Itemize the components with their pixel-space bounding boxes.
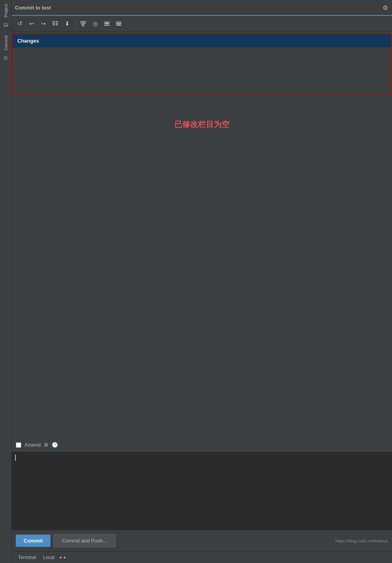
svg-rect-3 [56,21,58,22]
svg-rect-0 [52,21,55,22]
undo-button[interactable]: ↩ [26,18,37,29]
tab-arrow-right[interactable]: ▸ [63,554,67,561]
svg-rect-5 [56,24,58,25]
svg-rect-8 [82,24,84,26]
tab-terminal[interactable]: Terminal [15,553,39,562]
svg-rect-6 [81,21,83,23]
toolbar: ↺ ↩ ↪ ⬇ ◎ [12,16,392,32]
download-button[interactable]: ⬇ [62,18,73,29]
title-bar: Commit to test ⚙ [12,0,392,16]
amend-gear-icon[interactable]: ⚙ [44,442,49,448]
view-options-button[interactable]: ◎ [90,18,101,29]
status-url: https://blog.csdn.net/mitays [336,539,388,543]
redo-button[interactable]: ↪ [38,18,49,29]
svg-rect-13 [104,25,110,26]
svg-rect-2 [52,24,55,25]
content-area: Changes 已修改栏目为空 [12,32,392,439]
tab-arrow-left[interactable]: ◂ [58,554,62,561]
svg-rect-1 [52,23,55,24]
window-title: Commit to test [15,5,51,11]
bottom-tabs: Terminal Local ◂ ▸ [12,551,392,563]
sidebar: Project 🗂 Commit ⊙ [0,0,12,563]
amend-clock-icon[interactable]: 🕐 [52,442,58,448]
changes-body[interactable] [13,47,391,95]
empty-message-text: 已修改栏目为空 [174,119,230,130]
amend-label: Amend [24,442,41,448]
empty-message-area: 已修改栏目为空 [12,95,392,439]
toolbar-separator-1 [75,20,75,28]
changes-title: Changes [17,38,39,44]
svg-rect-17 [116,25,121,26]
branch-button[interactable] [78,18,89,29]
tab-local[interactable]: Local [40,553,58,562]
commit-message-area[interactable] [12,451,392,530]
changes-header: Changes [13,34,391,47]
commit-and-push-button[interactable]: Commit and Push... [54,534,115,547]
diff-button[interactable] [50,18,61,29]
svg-rect-15 [116,22,121,22]
main-panel: Commit to test ⚙ ↺ ↩ ↪ ⬇ [12,0,392,563]
sidebar-item-commit[interactable]: Commit [4,33,8,53]
collapse-button[interactable] [113,18,124,29]
amend-checkbox[interactable] [16,442,21,448]
bottom-section: Amend ⚙ 🕐 Commit Commit and Push... http… [12,439,392,563]
changes-section: Changes [12,33,392,95]
file-icon[interactable]: 🗂 [3,21,9,28]
commit-icon[interactable]: ⊙ [3,54,9,61]
refresh-button[interactable]: ↺ [14,18,25,29]
svg-rect-7 [84,21,86,23]
sidebar-item-project[interactable]: Project [4,2,8,20]
expand-button[interactable] [101,18,112,29]
settings-icon[interactable]: ⚙ [383,4,388,11]
text-cursor [15,455,16,461]
commit-buttons-row: Commit Commit and Push... https://blog.c… [12,530,392,551]
amend-row: Amend ⚙ 🕐 [12,439,392,451]
svg-rect-11 [104,22,110,22]
svg-rect-4 [56,23,58,24]
commit-button[interactable]: Commit [16,535,50,547]
